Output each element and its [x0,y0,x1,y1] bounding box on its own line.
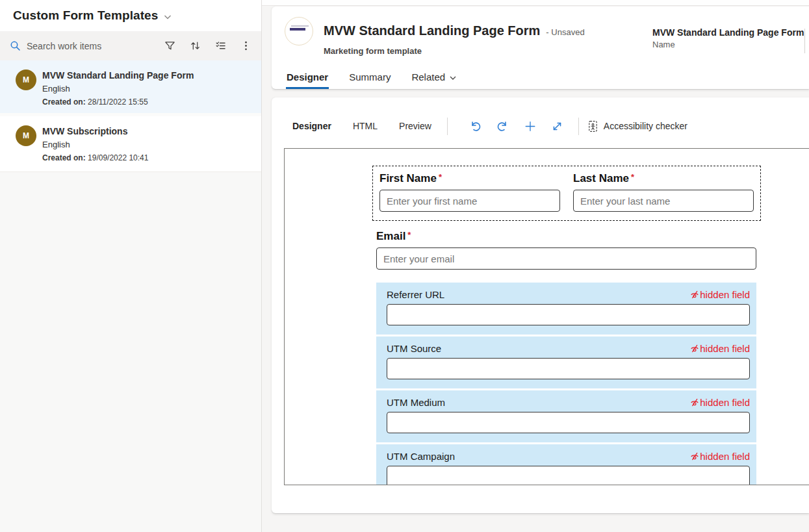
hidden-field-input[interactable] [387,358,750,379]
hidden-eye-icon [690,452,699,461]
accessibility-checker-icon [587,120,598,133]
hidden-field-input[interactable] [387,466,750,485]
app-root: Custom Form Templates [0,0,809,532]
page-title: Custom Form Templates [13,8,158,23]
multiselect-icon [215,40,226,51]
hidden-badge-text: hidden field [700,343,750,354]
hidden-badge-text: hidden field [700,451,750,462]
accessibility-checker-button[interactable]: Accessibility checker [587,120,687,133]
required-asterisk: * [439,172,442,182]
top-strip [262,0,809,6]
list-item[interactable]: M MVW Standard Landing Page Form English… [0,60,261,116]
hidden-eye-icon [690,290,699,299]
last-name-label: Last Name [573,172,629,184]
created-value: 19/09/2022 10:41 [88,153,148,162]
view-preview-button[interactable]: Preview [399,121,431,131]
list-item-title: MVW Standard Landing Page Form [42,70,194,82]
record-header-card: MVW Standard Landing Page Form - Unsaved… [272,6,809,89]
tab-related[interactable]: Related [411,71,457,89]
search-bar [0,31,261,60]
hidden-field-section[interactable]: Referrer URL hidden field [376,283,756,335]
more-options-icon [240,40,251,51]
view-html-button[interactable]: HTML [353,121,378,131]
expand-icon [551,120,563,133]
record-subtitle: Marketing form template [324,46,422,56]
hidden-field-section[interactable]: UTM Source hidden field [376,336,756,388]
work-item-list: M MVW Standard Landing Page Form English… [0,60,261,172]
list-item-title: MVW Subscriptions [42,125,148,138]
first-name-label: First Name [379,172,437,184]
hidden-field-badge: hidden field [690,397,750,408]
sort-button[interactable] [188,40,201,53]
first-name-field: First Name* [379,172,560,212]
avatar: M [16,125,36,146]
record-tabs: Designer Summary Related [286,71,457,89]
form-content: First Name* Last Name* [376,166,756,485]
created-label: Created on: [42,97,86,107]
avatar: M [16,70,36,90]
hidden-field-label: Referrer URL [387,289,444,300]
hidden-eye-icon [690,344,699,353]
required-asterisk: * [631,172,634,182]
hidden-badge-text: hidden field [700,397,750,408]
expand-button[interactable] [551,120,564,133]
tab-related-label: Related [411,71,445,82]
hidden-field-input[interactable] [387,304,750,325]
accessibility-checker-label: Accessibility checker [604,121,687,131]
add-button[interactable] [524,120,537,133]
chevron-down-icon [449,74,457,82]
hidden-field-label: UTM Source [387,343,441,354]
record-title: MVW Standard Landing Page Form [324,23,540,38]
designer-card: Designer HTML Preview [272,97,809,513]
search-icon [10,40,21,51]
created-value: 28/11/2022 15:55 [88,97,148,107]
last-name-field: Last Name* [573,172,754,212]
thumbnail-line [291,25,309,27]
undo-button[interactable] [469,120,482,133]
tab-summary[interactable]: Summary [348,71,391,89]
filter-button[interactable] [163,40,176,53]
sort-icon [190,40,201,51]
thumbnail-bar [290,28,305,31]
hidden-eye-icon [690,398,699,407]
hidden-field-badge: hidden field [690,343,750,354]
redo-button[interactable] [496,120,509,133]
search-input[interactable] [27,41,124,51]
name-field-value: MVW Standard Landing Page Form [652,27,804,38]
hidden-field-label: UTM Campaign [387,451,455,462]
more-options-button[interactable] [239,40,252,53]
selected-form-section[interactable]: First Name* Last Name* [372,166,761,221]
redo-icon [496,120,509,133]
list-item-text: MVW Subscriptions English Created on: 19… [42,125,148,171]
email-field: Email* [376,230,756,270]
tab-designer[interactable]: Designer [286,71,329,89]
required-asterisk: * [407,230,411,240]
chevron-down-icon[interactable] [163,12,172,21]
header-name-field: MVW Standard Landing Page Form Name [652,27,804,49]
email-input[interactable] [376,247,756,270]
list-item-created: Created on: 28/11/2022 15:55 [42,95,194,108]
multiselect-button[interactable] [214,40,227,53]
hidden-field-section[interactable]: UTM Medium hidden field [376,390,756,442]
list-item[interactable]: M MVW Subscriptions English Created on: … [0,116,261,172]
last-name-input[interactable] [573,190,754,212]
main-area: MVW Standard Landing Page Form - Unsaved… [262,0,809,532]
undo-icon [469,120,482,133]
view-designer-button[interactable]: Designer [292,121,331,131]
hidden-field-label: UTM Medium [387,397,445,408]
hidden-field-badge: hidden field [690,451,750,462]
hidden-field-input[interactable] [387,412,750,433]
hidden-field-badge: hidden field [690,289,750,300]
unsaved-status: - Unsaved [546,27,584,37]
plus-icon [524,120,537,133]
first-name-input[interactable] [379,190,560,212]
list-item-text: MVW Standard Landing Page Form English C… [42,70,194,113]
record-thumbnail-icon [285,17,313,45]
toolbar-divider [578,118,579,135]
created-label: Created on: [42,153,86,162]
list-item-created: Created on: 19/09/2022 10:41 [42,151,148,164]
hidden-field-section[interactable]: UTM Campaign hidden field [376,444,756,485]
designer-toolbar: Designer HTML Preview [292,116,687,136]
name-field-label: Name [652,40,804,49]
email-label: Email [376,230,405,242]
